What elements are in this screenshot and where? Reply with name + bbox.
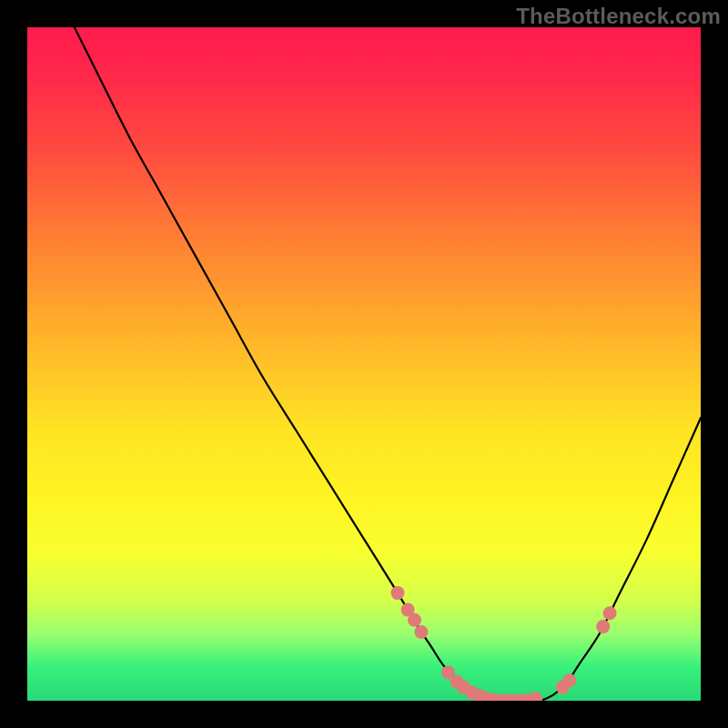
chart-svg [27, 27, 701, 701]
marker-point [391, 586, 405, 600]
marker-point [603, 606, 617, 620]
marker-point [596, 620, 610, 633]
gradient-background [27, 27, 701, 701]
watermark-text: TheBottleneck.com [516, 4, 721, 29]
marker-point [562, 673, 576, 687]
marker-point [408, 613, 421, 627]
chart-container: TheBottleneck.com [0, 0, 728, 728]
plot-area [27, 27, 701, 701]
marker-point [414, 625, 428, 639]
